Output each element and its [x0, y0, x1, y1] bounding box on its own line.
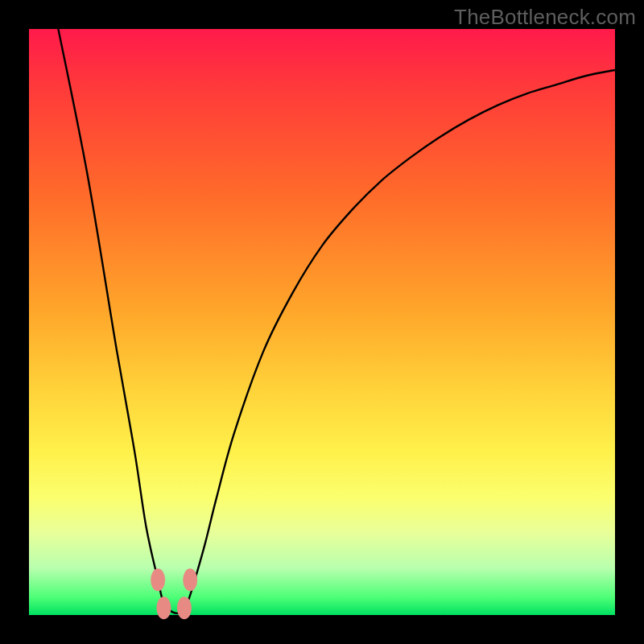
curve-marker — [151, 568, 165, 591]
curve-marker — [177, 597, 192, 619]
chart-frame: TheBottleneck.com — [0, 0, 644, 644]
curve-marker — [156, 597, 171, 619]
plot-area — [29, 29, 615, 615]
watermark-text: TheBottleneck.com — [454, 5, 636, 30]
bottleneck-curve — [58, 29, 615, 613]
curve-svg — [29, 29, 615, 615]
curve-marker — [183, 568, 197, 591]
